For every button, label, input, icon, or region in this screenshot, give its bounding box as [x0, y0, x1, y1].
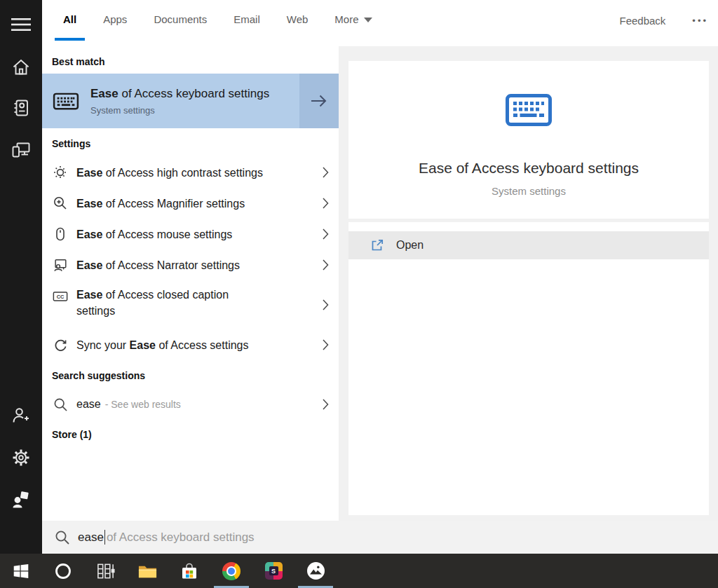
chevron-right-icon: [323, 259, 329, 271]
tab-documents[interactable]: Documents: [145, 0, 215, 41]
keyboard-icon: [505, 93, 553, 128]
start-button[interactable]: [0, 554, 42, 588]
result-magnifier-settings[interactable]: Ease of Access Magnifier settings: [42, 188, 339, 219]
hamburger-menu-icon[interactable]: [11, 14, 32, 35]
result-label: Ease of Access mouse settings: [76, 226, 232, 242]
search-icon: [53, 397, 68, 412]
preview-card: Ease of Access keyboard settings System …: [348, 61, 709, 515]
preview-subtitle: System settings: [348, 185, 709, 197]
result-mouse-settings[interactable]: Ease of Access mouse settings: [42, 219, 339, 249]
preview-panel: Ease of Access keyboard settings System …: [339, 46, 718, 554]
chevron-right-icon: [323, 167, 329, 178]
photos-icon: [307, 562, 325, 580]
tab-all[interactable]: All: [55, 0, 85, 41]
best-match-item[interactable]: Ease of Access keyboard settings System …: [42, 74, 339, 128]
photos-person-icon[interactable]: [11, 489, 32, 510]
open-external-icon: [370, 238, 384, 252]
overflow-menu-button[interactable]: •••: [692, 15, 708, 26]
search-autocomplete-ghost: of Access keyboard settings: [107, 531, 255, 545]
add-user-icon[interactable]: [11, 405, 32, 426]
file-explorer-button[interactable]: [126, 554, 168, 588]
slack-button[interactable]: S: [252, 554, 294, 588]
tab-web[interactable]: Web: [278, 0, 317, 41]
sync-icon: [53, 337, 68, 353]
best-match-title: Ease of Access keyboard settings: [90, 86, 269, 102]
divider: [348, 219, 709, 222]
result-label: Ease of Access high contrast settings: [76, 165, 263, 181]
result-high-contrast-settings[interactable]: Ease of Access high contrast settings: [42, 157, 339, 188]
devices-icon[interactable]: [11, 139, 32, 160]
taskbar: S: [0, 554, 718, 588]
narrator-icon: [53, 257, 68, 273]
photos-button[interactable]: [294, 554, 337, 588]
tab-apps[interactable]: Apps: [95, 0, 135, 41]
chevron-right-icon: [323, 399, 329, 410]
slack-icon: S: [265, 562, 283, 580]
store-button[interactable]: [168, 554, 210, 588]
tab-more[interactable]: More: [326, 0, 380, 41]
folder-icon: [137, 563, 158, 580]
feedback-button[interactable]: Feedback: [619, 15, 665, 27]
store-bag-icon: [180, 562, 198, 580]
high-contrast-icon: [53, 165, 68, 180]
chevron-right-icon: [323, 339, 329, 350]
task-view-button[interactable]: [84, 554, 126, 588]
store-header: Store (1): [52, 429, 339, 440]
best-match-expand-button[interactable]: [299, 74, 339, 128]
tab-email-label: Email: [233, 13, 260, 25]
best-match-header: Best match: [52, 56, 339, 67]
chevron-right-icon: [323, 198, 329, 209]
notebook-icon[interactable]: [11, 97, 32, 118]
search-icon: [55, 530, 70, 545]
tab-web-label: Web: [287, 13, 309, 25]
cortana-sidebar: [0, 0, 42, 554]
tab-apps-label: Apps: [103, 13, 127, 25]
right-arrow-icon: [309, 93, 330, 109]
tab-email[interactable]: Email: [225, 0, 269, 41]
mouse-icon: [53, 226, 68, 242]
text-cursor: [104, 530, 105, 545]
chevron-right-icon: [323, 299, 329, 310]
chrome-icon: [222, 562, 241, 580]
chevron-right-icon: [323, 228, 329, 240]
search-filter-tabbar: All Apps Documents Email Web More Feedba…: [42, 0, 718, 46]
home-icon[interactable]: [11, 57, 32, 78]
search-results-pane: Best match Ease of Access keyboard setti…: [42, 46, 339, 521]
best-match-subtitle: System settings: [90, 105, 269, 116]
task-view-icon: [96, 562, 115, 580]
result-label: Ease of Access closed caption settings: [76, 287, 253, 319]
cortana-circle-icon: [54, 562, 72, 580]
settings-gear-icon[interactable]: [11, 447, 32, 468]
filter-tabs: All Apps Documents Email Web More: [55, 0, 381, 41]
suggestion-label: ease- See web results: [76, 396, 181, 413]
result-closed-caption-settings[interactable]: CC Ease of Access closed caption setting…: [42, 280, 339, 329]
open-label: Open: [396, 239, 424, 252]
chevron-down-icon: [364, 18, 372, 22]
magnifier-plus-icon: [53, 196, 68, 211]
search-suggestions-header: Search suggestions: [52, 370, 339, 381]
search-typed-text: ease: [78, 531, 104, 545]
settings-results-list: Ease of Access high contrast settings Ea…: [42, 157, 339, 360]
suggestion-see-web-results[interactable]: ease- See web results: [42, 389, 339, 420]
preview-title: Ease of Access keyboard settings: [348, 160, 709, 177]
tab-documents-label: Documents: [154, 13, 207, 25]
closed-caption-icon: CC: [53, 289, 68, 303]
search-input[interactable]: ease of Access keyboard settings: [42, 521, 718, 554]
suggestions-list: ease- See web results: [42, 389, 339, 420]
windows-logo-icon: [13, 563, 29, 580]
result-narrator-settings[interactable]: Ease of Access Narrator settings: [42, 249, 339, 280]
settings-header: Settings: [52, 138, 339, 149]
result-label: Sync your Ease of Access settings: [76, 337, 248, 353]
best-match-title-bold: Ease: [90, 87, 118, 100]
svg-text:CC: CC: [57, 294, 65, 300]
cortana-button[interactable]: [42, 554, 84, 588]
result-label: Ease of Access Magnifier settings: [76, 196, 245, 212]
keyboard-icon: [53, 91, 79, 111]
best-match-title-rest: of Access keyboard settings: [118, 87, 269, 100]
result-label: Ease of Access Narrator settings: [76, 257, 240, 273]
chrome-button[interactable]: [210, 554, 252, 588]
tab-more-label: More: [334, 13, 358, 25]
tab-all-label: All: [63, 13, 76, 25]
result-sync-settings[interactable]: Sync your Ease of Access settings: [42, 329, 339, 360]
open-action[interactable]: Open: [348, 231, 709, 259]
